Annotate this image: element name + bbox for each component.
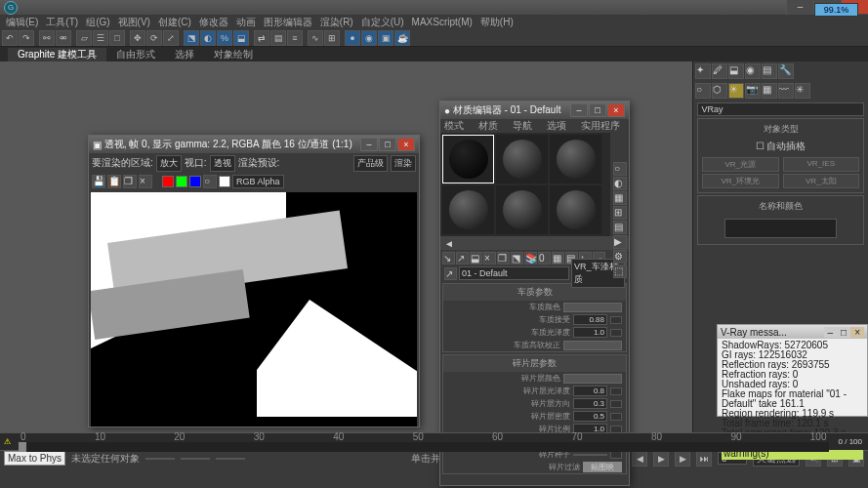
autogrid-checkbox[interactable]: ☐ xyxy=(756,141,767,151)
mat-menu-mode[interactable]: 模式(D) xyxy=(444,119,473,133)
copy-image-button[interactable]: 📋 xyxy=(107,175,121,188)
mat-close-button[interactable]: × xyxy=(607,103,625,117)
get-mat-button[interactable]: ↘ xyxy=(442,252,455,264)
prev-frame-button[interactable]: ◀ xyxy=(632,451,647,467)
material-slot-2[interactable] xyxy=(496,135,548,183)
render-output[interactable] xyxy=(91,192,417,427)
graphite-tab[interactable]: Graphite 建模工具 xyxy=(8,48,106,61)
reset-map-button[interactable]: × xyxy=(483,252,496,264)
hierarchy-tab-icon[interactable]: ⬓ xyxy=(728,63,744,79)
motion-tab-icon[interactable]: ◉ xyxy=(745,63,761,79)
color-swatch[interactable] xyxy=(724,219,838,238)
modify-tab-icon[interactable]: 🖉 xyxy=(712,63,727,79)
scroll-left-icon[interactable]: ◄ xyxy=(444,238,454,249)
mat-titlebar[interactable]: ● 材质编辑器 - 01 - Default – □ × xyxy=(440,102,629,119)
systems-cat-icon[interactable]: ✳ xyxy=(795,83,810,99)
vrsun-button[interactable]: VR_太阳 xyxy=(783,174,860,188)
backlight-button[interactable]: ◐ xyxy=(613,177,627,190)
selection-tab[interactable]: 选择 xyxy=(165,48,204,61)
layer-button[interactable]: ≡ xyxy=(287,30,303,46)
vray-close-button[interactable]: × xyxy=(850,327,864,338)
uvtile-button[interactable]: ⊞ xyxy=(613,206,627,220)
close-fb-button[interactable]: × xyxy=(139,175,152,188)
select-by-mat-button[interactable]: ⬚ xyxy=(613,264,627,278)
goto-end-button[interactable]: ⏭ xyxy=(696,451,712,467)
rotate-button[interactable]: ⟳ xyxy=(146,30,162,46)
select-button[interactable]: ▱ xyxy=(76,30,92,46)
vray-max-button[interactable]: □ xyxy=(837,327,850,338)
render-fb-button[interactable]: ▣ xyxy=(378,30,393,46)
pick-mat-button[interactable]: ↗ xyxy=(444,267,457,280)
flake-seed-spinner[interactable] xyxy=(573,454,607,456)
mat-min-button[interactable]: – xyxy=(570,103,588,117)
play-button[interactable]: ▶ xyxy=(653,451,669,467)
shapes-cat-icon[interactable]: ⬡ xyxy=(712,83,727,99)
menu-script[interactable]: MAXScript(M) xyxy=(412,17,473,27)
mat-editor-button[interactable]: ● xyxy=(345,30,360,46)
save-image-button[interactable]: 💾 xyxy=(92,175,105,188)
spinner-snap-button[interactable]: ⬓ xyxy=(233,30,249,46)
mat-menu-material[interactable]: 材质(M) xyxy=(478,119,507,133)
alpha-channel-button[interactable] xyxy=(219,176,230,187)
schematic-button[interactable]: ⊞ xyxy=(324,30,340,46)
angle-snap-button[interactable]: ◐ xyxy=(200,30,216,46)
link-button[interactable]: ⚯ xyxy=(39,30,55,46)
put-library-button[interactable]: 📚 xyxy=(524,252,537,264)
preview-button[interactable]: ▶ xyxy=(613,235,627,249)
menu-create[interactable]: 创建(C) xyxy=(158,16,191,29)
curve-button[interactable]: ∿ xyxy=(308,30,323,46)
timeline-track[interactable] xyxy=(19,442,829,452)
menu-custom[interactable]: 自定义(U) xyxy=(361,16,404,29)
x-coord-field[interactable] xyxy=(145,458,175,460)
render-setup-button[interactable]: ◉ xyxy=(361,30,377,46)
menu-render[interactable]: 渲染(R) xyxy=(320,16,353,29)
matid-button[interactable]: 0 xyxy=(538,252,551,264)
options-button[interactable]: ⚙ xyxy=(613,250,627,264)
lights-cat-icon[interactable]: ☀ xyxy=(728,83,744,99)
flake-color-swatch[interactable] xyxy=(563,374,622,384)
flake-gloss-spinner[interactable]: 0.8 xyxy=(573,386,607,396)
flake-map-button[interactable]: 贴图映 xyxy=(583,462,622,472)
material-slot-3[interactable] xyxy=(550,135,601,183)
mat-max-button[interactable]: □ xyxy=(589,103,606,117)
display-tab-icon[interactable]: ▤ xyxy=(762,63,777,79)
render-titlebar[interactable]: ▣ 透视, 帧 0, 显示 gamma: 2.2, RGBA 颜色 16 位/通… xyxy=(89,136,419,153)
mat-name-field[interactable]: 01 - Default xyxy=(459,266,569,280)
menu-group[interactable]: 组(G) xyxy=(86,16,109,29)
red-channel-button[interactable] xyxy=(162,176,174,187)
make-unique-button[interactable]: ⬔ xyxy=(511,252,523,264)
utilities-tab-icon[interactable]: 🔧 xyxy=(778,63,794,79)
y-coord-field[interactable] xyxy=(181,458,210,460)
scale-button[interactable]: ⤢ xyxy=(163,30,179,46)
renderer-dropdown[interactable]: VRay xyxy=(697,102,863,116)
time-slider[interactable] xyxy=(19,442,26,452)
green-channel-button[interactable] xyxy=(176,176,187,187)
menu-anim[interactable]: 动画 xyxy=(236,16,256,29)
blue-channel-button[interactable] xyxy=(189,176,201,187)
render-close-button[interactable]: × xyxy=(397,138,415,151)
mat-menu-opt[interactable]: 选项(O) xyxy=(547,119,575,133)
menu-view[interactable]: 视图(V) xyxy=(118,16,150,29)
move-button[interactable]: ✥ xyxy=(130,30,145,46)
space-cat-icon[interactable]: 〰 xyxy=(778,83,794,99)
menu-graph[interactable]: 图形编辑器 xyxy=(264,16,312,29)
base-reflect-spinner[interactable]: 0.88 xyxy=(573,314,607,325)
videocheck-button[interactable]: ▤ xyxy=(613,221,627,234)
make-copy-button[interactable]: ❐ xyxy=(497,252,510,264)
create-tab-icon[interactable]: ✦ xyxy=(695,63,711,79)
flake-params-header[interactable]: 碎片层参数 xyxy=(443,355,626,372)
menu-edit[interactable]: 编辑(E) xyxy=(6,16,38,29)
select-name-button[interactable]: ☰ xyxy=(93,30,108,46)
mat-menu-util[interactable]: 实用程序(U) xyxy=(581,119,625,133)
flake-orient-spinner[interactable]: 0.3 xyxy=(573,398,607,409)
put-mat-button[interactable]: ↗ xyxy=(456,252,469,264)
align-button[interactable]: ▤ xyxy=(270,30,286,46)
maxscript-listener[interactable]: Max to Phys xyxy=(4,451,65,466)
vrambient-button[interactable]: VR_环境光 xyxy=(702,174,779,188)
render-min-button[interactable]: – xyxy=(360,138,378,151)
mono-button[interactable]: ○ xyxy=(203,175,217,188)
objpaint-tab[interactable]: 对象绘制 xyxy=(204,48,263,61)
memory-indicator[interactable]: 99.1% xyxy=(814,3,858,17)
render-max-button[interactable]: □ xyxy=(379,138,396,151)
vray-min-button[interactable]: – xyxy=(824,327,838,338)
